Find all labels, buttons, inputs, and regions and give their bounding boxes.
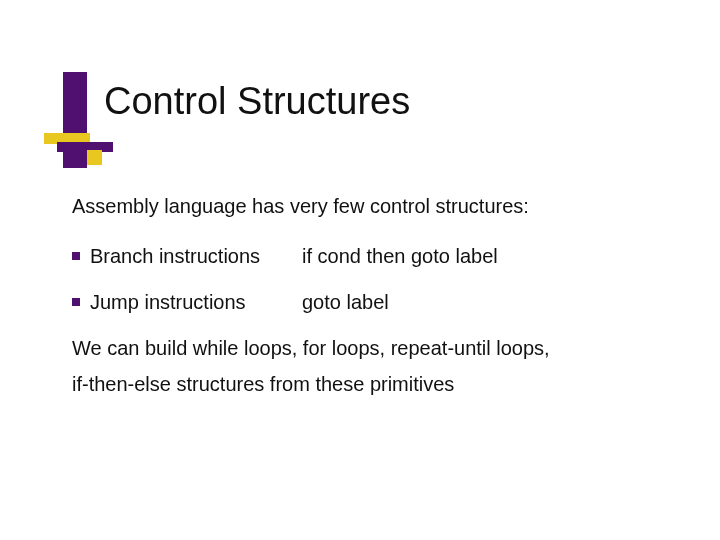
deco-purple-vertical	[63, 72, 87, 168]
bullet-icon	[72, 298, 80, 306]
item-desc: goto label	[302, 288, 662, 316]
list-item: Jump instructions goto label	[72, 288, 662, 316]
item-desc: if cond then goto label	[302, 242, 662, 270]
slide-content: Assembly language has very few control s…	[72, 192, 662, 420]
item-label: Jump instructions	[90, 288, 302, 316]
list-item: Branch instructions if cond then goto la…	[72, 242, 662, 270]
slide-title: Control Structures	[104, 80, 410, 123]
item-label: Branch instructions	[90, 242, 302, 270]
outro-text-2: if-then-else structures from these primi…	[72, 370, 662, 398]
deco-purple-horizontal	[57, 142, 113, 152]
bullet-icon	[72, 252, 80, 260]
deco-yellow-square	[87, 150, 102, 165]
intro-text: Assembly language has very few control s…	[72, 192, 662, 220]
slide: { "title": "Control Structures", "conten…	[0, 0, 720, 540]
outro-text-1: We can build while loops, for loops, rep…	[72, 334, 662, 362]
